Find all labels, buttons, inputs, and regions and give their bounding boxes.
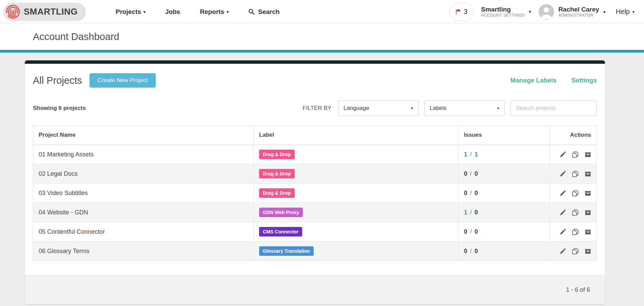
filter-row: Showing 6 projects FILTER BY Language ▾ … (33, 100, 597, 116)
copy-project-button[interactable] (572, 171, 579, 177)
project-label-badge[interactable]: GDN Web Proxy (259, 208, 303, 217)
issues-separator: / (470, 209, 472, 216)
copy-project-button[interactable] (572, 229, 579, 235)
chevron-down-icon: ▾ (497, 106, 499, 110)
column-header-label: Label (254, 126, 458, 145)
card-footer: 1 - 6 of 6 (25, 275, 605, 304)
project-label-badge[interactable]: Drag & Drop (259, 169, 294, 178)
archive-project-button[interactable] (585, 248, 591, 254)
project-name[interactable]: 06 Glossary Terms (33, 242, 254, 261)
edit-project-button[interactable] (560, 209, 566, 216)
archive-project-button[interactable] (585, 151, 591, 158)
nav-projects[interactable]: Projects ▾ (116, 8, 145, 16)
actions-cell (549, 203, 597, 222)
search-icon (248, 8, 255, 15)
copy-project-button[interactable] (572, 190, 579, 196)
resolved-issues-count[interactable]: 1 (474, 151, 478, 158)
pagination-text: 1 - 6 of 6 (566, 286, 590, 293)
edit-project-button[interactable] (560, 171, 566, 177)
table-row[interactable]: 02 Legal Docs Drag & Drop 0/0 (33, 164, 597, 184)
table-row[interactable]: 04 Website - GDN GDN Web Proxy 1/0 (33, 203, 597, 222)
column-header-project-name: Project Name (33, 126, 254, 145)
project-name[interactable]: 01 Marketing Assets (33, 145, 254, 164)
archive-project-button[interactable] (585, 171, 591, 177)
flagged-issues-badge[interactable]: 3 (449, 3, 474, 21)
project-name[interactable]: 05 Contentful Connector (33, 222, 254, 242)
archive-project-button[interactable] (585, 209, 591, 216)
create-new-project-button[interactable]: Create New Project (90, 73, 156, 88)
open-issues-count[interactable]: 0 (464, 170, 467, 177)
labels-filter-value: Labels (430, 105, 447, 112)
nav-jobs[interactable]: Jobs (165, 8, 180, 16)
resolved-issues-count[interactable]: 0 (474, 248, 478, 254)
issues-cell: 0/0 (458, 184, 550, 203)
edit-project-button[interactable] (560, 248, 566, 254)
chevron-down-icon: ▾ (632, 10, 635, 14)
help-menu[interactable]: Help ▾ (616, 8, 635, 16)
archive-project-button[interactable] (585, 229, 591, 235)
table-row[interactable]: 03 Video Subtitles Drag & Drop 0/0 (33, 184, 597, 203)
filter-by-label: FILTER BY (303, 105, 331, 112)
resolved-issues-count[interactable]: 0 (474, 190, 478, 196)
project-name[interactable]: 03 Video Subtitles (33, 184, 254, 203)
table-row[interactable]: 01 Marketing Assets Drag & Drop 1/1 (33, 145, 597, 164)
actions-cell (549, 145, 597, 164)
user-role: ADMINISTRATOR (558, 13, 599, 18)
nav-search[interactable]: Search (248, 8, 279, 16)
issues-separator: / (470, 228, 472, 235)
manage-labels-link[interactable]: Manage Labels (510, 77, 557, 84)
open-issues-count[interactable]: 1 (464, 151, 467, 158)
actions-cell (549, 184, 597, 203)
project-label-badge[interactable]: Drag & Drop (259, 150, 294, 159)
project-name[interactable]: 02 Legal Docs (33, 164, 254, 184)
copy-project-button[interactable] (572, 151, 579, 158)
chevron-down-icon: ▾ (227, 10, 229, 14)
top-navigation-bar: SMARTLING Projects ▾ Jobs Reports ▾ Sear… (0, 0, 644, 24)
flag-icon (455, 8, 462, 15)
table-row[interactable]: 06 Glossary Terms Glossary Translation 0… (33, 242, 597, 261)
smartling-logo[interactable]: SMARTLING (3, 3, 86, 21)
issues-separator: / (470, 151, 472, 158)
user-name: Rachel Carey (558, 6, 599, 13)
edit-project-button[interactable] (560, 229, 566, 235)
table-row[interactable]: 05 Contentful Connector CMS Connector 0/… (33, 222, 597, 242)
account-settings-menu[interactable]: Smartling ACCOUNT SETTINGS ▾ (481, 6, 531, 18)
project-label-badge[interactable]: Drag & Drop (259, 188, 294, 198)
labels-filter-dropdown[interactable]: Labels ▾ (424, 100, 505, 116)
projects-table-body: 01 Marketing Assets Drag & Drop 1/1 (33, 145, 597, 261)
chevron-down-icon: ▾ (603, 9, 606, 14)
projects-panel: All Projects Create New Project Manage L… (25, 60, 605, 304)
issues-cell: 0/0 (458, 242, 550, 261)
account-name: Smartling (481, 6, 525, 13)
page-header: Account Dashboard (0, 24, 644, 50)
resolved-issues-count[interactable]: 0 (474, 209, 478, 216)
project-label-badge[interactable]: Glossary Translation (259, 246, 314, 256)
settings-link[interactable]: Settings (571, 77, 597, 84)
issues-cell: 1/0 (458, 203, 550, 222)
archive-project-button[interactable] (585, 190, 591, 196)
nav-reports[interactable]: Reports ▾ (200, 8, 229, 16)
projects-table: Project Name Label Issues Actions 01 Mar… (33, 125, 597, 261)
issues-cell: 0/0 (458, 222, 550, 242)
user-menu[interactable]: Rachel Carey ADMINISTRATOR ▾ (539, 4, 605, 20)
copy-project-button[interactable] (572, 209, 579, 216)
project-label-badge[interactable]: CMS Connector (259, 227, 302, 236)
flag-count: 3 (464, 8, 467, 16)
language-filter-dropdown[interactable]: Language ▾ (338, 100, 418, 116)
topbar-right: 3 Smartling ACCOUNT SETTINGS ▾ Rachel Ca… (449, 3, 635, 21)
table-header-row: Project Name Label Issues Actions (33, 126, 597, 145)
open-issues-count[interactable]: 1 (464, 209, 467, 216)
issues-separator: / (470, 248, 472, 254)
project-name[interactable]: 04 Website - GDN (33, 203, 254, 222)
resolved-issues-count[interactable]: 0 (474, 170, 478, 177)
copy-project-button[interactable] (572, 248, 579, 254)
edit-project-button[interactable] (560, 190, 566, 196)
open-issues-count[interactable]: 0 (464, 228, 467, 235)
edit-project-button[interactable] (560, 151, 566, 158)
open-issues-count[interactable]: 0 (464, 248, 467, 254)
search-projects-input[interactable] (510, 100, 597, 116)
actions-cell (549, 242, 597, 261)
issues-cell: 0/0 (458, 164, 550, 184)
resolved-issues-count[interactable]: 0 (474, 228, 478, 235)
open-issues-count[interactable]: 0 (464, 190, 467, 196)
